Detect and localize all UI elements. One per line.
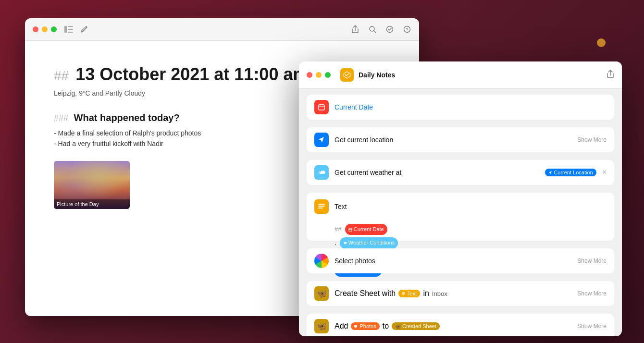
shortcuts-traffic-lights [307,72,331,78]
shortcut-item-current-date: Current Date [307,95,614,120]
shield-check-icon[interactable] [385,25,394,34]
text-line-1: ## Current Date [334,223,607,235]
svg-line-5 [374,31,376,33]
select-photos-label: Select photos [334,257,571,265]
select-photos-show-more[interactable]: Show More [577,257,607,264]
created-sheet-badge-1: 🦋 Created Sheet [392,322,440,330]
svg-text:?: ? [406,27,408,32]
shortcuts-minimize-button[interactable] [316,72,322,78]
share-icon[interactable] [351,25,359,34]
shortcuts-list: Current Date Get current location Show M… [299,89,622,336]
get-location-label: Get current location [334,136,571,144]
shortcut-item-get-location: Get current location Show More [307,127,614,152]
text-variable-badge: Text [398,290,420,297]
text-label: Text [334,203,607,210]
shortcut-item-select-photos: Select photos Show More [307,248,614,273]
shortcut-item-add-photos: 🦋 Add Photos to 🦋 Created Sheet Show Mor… [307,314,614,336]
get-weather-label: Get current weather at [334,169,537,176]
inbox-label: Inbox [432,290,447,297]
current-date-label: Current Date [334,103,607,111]
compose-icon[interactable] [80,25,88,34]
sidebar-toggle-icon[interactable] [64,25,73,34]
shortcuts-app-icon [340,68,354,82]
shortcuts-window: Daily Notes Current Date [299,61,622,336]
add-photos-show-more[interactable]: Show More [577,323,607,330]
shortcuts-window-title: Daily Notes [359,71,602,79]
image-label: Picture of the Day [54,199,130,209]
svg-rect-9 [319,105,324,110]
shortcuts-share-icon[interactable] [607,70,614,80]
close-button[interactable] [33,26,38,32]
add-photos-icon: 🦋 [314,319,329,333]
svg-point-4 [370,26,374,31]
weather-variable-badge: Current Location [554,170,593,175]
current-date-icon [314,100,329,114]
photos-variable-badge: Photos [351,322,379,330]
shortcut-item-create-sheet: 🦋 Create Sheet with Text in Inbox Show M… [307,281,614,306]
shortcuts-maximize-button[interactable] [325,72,331,78]
add-photos-label-row: Add Photos to 🦋 Created Sheet [334,322,571,331]
minimize-button[interactable] [42,26,48,32]
location-icon [314,133,329,147]
maximize-button[interactable] [51,26,57,32]
section-prefix: ### [54,113,68,123]
help-icon[interactable]: ? [403,25,411,34]
text-item-row: Text [314,199,607,214]
background-dot [597,38,606,47]
create-sheet-show-more[interactable]: Show More [577,290,607,297]
svg-rect-16 [349,228,352,232]
notes-toolbar: ? [351,25,411,34]
shortcuts-titlebar: Daily Notes [299,61,622,89]
weather-close-button[interactable]: × [602,168,607,177]
notes-image: Picture of the Day [54,161,130,209]
photos-icon [314,254,329,268]
traffic-lights [33,26,57,32]
weather-icon [314,165,329,180]
svg-rect-3 [68,32,73,33]
svg-point-6 [387,26,393,33]
text-icon [314,199,329,214]
create-sheet-label-row: Create Sheet with Text in Inbox [334,289,571,298]
svg-rect-1 [68,26,73,27]
search-icon[interactable] [368,25,377,34]
shortcut-item-get-weather: Get current weather at Current Location … [307,160,614,185]
create-sheet-icon: 🦋 [314,286,329,301]
heading-prefix: ## [54,68,69,83]
svg-rect-2 [68,29,73,30]
get-location-show-more[interactable]: Show More [577,136,607,143]
notes-titlebar: ? [25,18,419,41]
svg-rect-0 [64,26,67,33]
text-line-2: , Weather Conditions [334,237,607,248]
shortcut-item-text: Text ## Current Date , Weather Condition… [307,193,614,241]
shortcuts-close-button[interactable] [307,72,312,78]
